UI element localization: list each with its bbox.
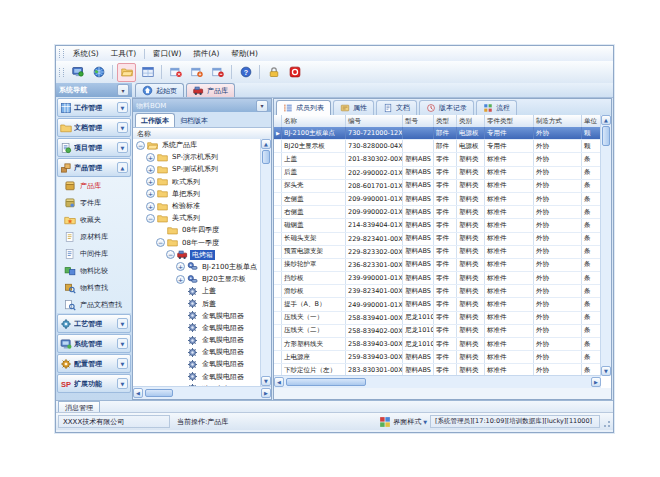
sidebar-item-物料比较[interactable]: 物料比较 — [57, 262, 131, 279]
table-vertical-scrollbar[interactable]: ▲ ▼ — [600, 115, 611, 376]
table-row[interactable]: 预置电源支架229-823302-00X塑料ABS零件塑料类标准件外协条 — [274, 246, 601, 259]
sidebar-group-项目管理[interactable]: 项目管理▼ — [57, 138, 131, 157]
sidebar-group-配置管理[interactable]: 配置管理▼ — [57, 354, 131, 373]
document-tab-产品库[interactable]: 产品库 — [186, 83, 235, 97]
expand-icon[interactable]: + — [146, 177, 155, 186]
detail-tab-成员列表[interactable]: 成员列表 — [276, 100, 331, 115]
expand-icon[interactable]: + — [146, 165, 155, 174]
table-row[interactable]: 方形塑料线夹258-839403-00X尼龙1010零件塑料类标准件外协条 — [274, 338, 601, 351]
sidebar-group-扩展功能[interactable]: SP扩展功能▼ — [57, 374, 131, 393]
expand-icon[interactable]: + — [146, 202, 155, 211]
column-header-类别[interactable]: 类别 — [457, 115, 485, 127]
sidebar-group-文档管理[interactable]: 文档管理▼ — [57, 118, 131, 137]
menu-item-2[interactable]: 窗口(W) — [147, 48, 187, 60]
collapse-icon[interactable]: − — [136, 141, 145, 150]
menu-item-1[interactable]: 工具(T) — [105, 48, 142, 60]
chevron-down-icon[interactable]: ▼ — [117, 122, 128, 133]
chevron-down-icon[interactable]: ▼ — [117, 318, 128, 329]
sidebar-group-产品管理[interactable]: 产品管理▲ — [57, 158, 131, 177]
table-row[interactable]: 长磁头支架229-823401-00X塑料ABS零件塑料类标准件外协条 — [274, 233, 601, 246]
table-row[interactable]: 左侧盖209-990001-01X塑料ABS零件塑料类标准件外协条 — [274, 193, 601, 206]
table-row[interactable]: BJ20主显示板730-828000-04X部件电源板专用件外协颗 — [274, 140, 601, 153]
document-tab-起始页[interactable]: 起始页 — [135, 83, 184, 97]
sidebar-item-物料查找[interactable]: 物料查找 — [57, 279, 131, 296]
table-row[interactable]: ▶BJ-2100主板单点730-721000-12X部件电源板专用件外协颗 — [274, 127, 601, 140]
sidebar-item-产品文档查找[interactable]: 产品文档查找 — [57, 296, 131, 313]
tree-horizontal-scrollbar[interactable]: ◀ ▶ — [133, 386, 271, 399]
pin-icon[interactable]: ▾ — [256, 100, 268, 112]
scroll-up-arrow[interactable]: ▲ — [261, 139, 271, 149]
menu-item-3[interactable]: 插件(A) — [187, 48, 225, 60]
scroll-up-arrow[interactable]: ▲ — [601, 115, 611, 125]
scroll-left-arrow[interactable]: ◀ — [274, 377, 284, 387]
scroll-thumb[interactable] — [602, 126, 610, 146]
resize-grip[interactable] — [602, 415, 611, 428]
column-header-制造方式[interactable]: 制造方式 — [534, 115, 582, 127]
scroll-down-arrow[interactable]: ▼ — [601, 366, 611, 376]
interface-style-dropdown[interactable]: 界面样式 ▼ — [379, 416, 427, 428]
scroll-thumb[interactable] — [145, 389, 173, 397]
tree-node-SP-演示机系列[interactable]: +SP-演示机系列 — [133, 151, 261, 163]
tree-node-08年一季度[interactable]: −08年一季度 — [133, 237, 261, 249]
version-tab-归档版本[interactable]: 归档版本 — [175, 114, 213, 127]
column-header-单位[interactable]: 单位 — [582, 115, 601, 127]
version-tab-工作版本[interactable]: 工作版本 — [135, 113, 175, 127]
tree-node-上盖[interactable]: 上盖 — [133, 285, 261, 297]
pin-icon[interactable]: ▾ — [117, 84, 129, 96]
chevron-down-icon[interactable]: ▼ — [117, 378, 128, 389]
tree-node-金氧膜电阻器[interactable]: 金氧膜电阻器 — [133, 371, 261, 383]
tree-node-金氧膜电阻器[interactable]: 金氧膜电阻器 — [133, 322, 261, 334]
sidebar-group-工艺管理[interactable]: 工艺管理▼ — [57, 314, 131, 333]
toolbar-button-monitor-icon[interactable] — [68, 63, 87, 82]
table-row[interactable]: 接纱轮护罩236-823301-00X塑料ABS零件塑料类标准件外协条 — [274, 259, 601, 272]
toolbar-button-window-delete-doc-icon[interactable] — [208, 63, 227, 82]
table-row[interactable]: 探头壳208-601701-01X塑料ABS零件塑料类标准件外协条 — [274, 180, 601, 193]
tree-node-系统产品库[interactable]: −系统产品库 — [133, 139, 261, 151]
detail-tab-版本记录[interactable]: 版本记录 — [419, 100, 474, 115]
scroll-down-arrow[interactable]: ▼ — [261, 376, 271, 386]
scroll-right-arrow[interactable]: ▶ — [261, 388, 271, 398]
column-header-类型[interactable]: 类型 — [434, 115, 457, 127]
toolbar-button-exit-icon[interactable] — [285, 63, 304, 82]
table-row[interactable]: 上电源座259-839403-00X塑料ABS零件塑料类标准件外协条 — [274, 351, 601, 364]
table-row[interactable]: 后盖202-990002-01X塑料ABS零件塑料类标准件外协条 — [274, 167, 601, 180]
tree-node-检验标准[interactable]: +检验标准 — [133, 200, 261, 212]
tree-node-SP-测试机系列[interactable]: +SP-测试机系列 — [133, 163, 261, 175]
scroll-thumb[interactable] — [262, 150, 270, 164]
expand-icon[interactable]: + — [146, 189, 155, 198]
detail-tab-文档[interactable]: 文档 — [376, 100, 417, 115]
sidebar-group-系统管理[interactable]: 系统管理▼ — [57, 334, 131, 353]
toolbar-button-lock-icon[interactable] — [264, 63, 283, 82]
toolbar-button-globe-icon[interactable] — [89, 63, 108, 82]
sidebar-item-中间件库[interactable]: 中间件库 — [57, 245, 131, 262]
expand-icon[interactable]: + — [176, 275, 185, 284]
detail-tab-流程[interactable]: 流程 — [476, 100, 517, 115]
tree-node-08年四季度[interactable]: 08年四季度 — [133, 224, 261, 236]
chevron-down-icon[interactable]: ▼ — [117, 358, 128, 369]
tree-node-后盖[interactable]: 后盖 — [133, 297, 261, 309]
detail-tab-属性[interactable]: 属性 — [333, 100, 374, 115]
table-row[interactable]: 提手（A、B）249-990001-01X塑料ABS零件塑料类标准件外协条 — [274, 298, 601, 311]
column-header-零件类型[interactable]: 零件类型 — [485, 115, 534, 127]
toolbar-button-window-grid-icon[interactable] — [138, 63, 157, 82]
sidebar-item-零件库[interactable]: 零件库 — [57, 194, 131, 211]
sidebar-item-原材料库[interactable]: 原材料库 — [57, 228, 131, 245]
table-row[interactable]: 挡纱板239-990001-01X塑料ABS零件塑料类标准件外协条 — [274, 272, 601, 285]
column-header-名称[interactable]: 名称 — [282, 115, 346, 127]
tree-node-金氧膜电阻器[interactable]: 金氧膜电阻器 — [133, 358, 261, 370]
chevron-down-icon[interactable]: ▼ — [117, 338, 128, 349]
tree-node-金氧膜电阻器[interactable]: 金氧膜电阻器 — [133, 310, 261, 322]
collapse-icon[interactable]: − — [146, 214, 155, 223]
table-row[interactable]: 滑纱板239-823401-00X塑料ABS零件塑料类标准件外协条 — [274, 285, 601, 298]
sidebar-item-收藏夹[interactable]: 收藏夹 — [57, 211, 131, 228]
collapse-icon[interactable]: − — [166, 250, 175, 259]
menu-item-0[interactable]: 系统(S) — [67, 48, 105, 60]
toolbar-button-window-close-doc-icon[interactable] — [166, 63, 185, 82]
menu-item-4[interactable]: 帮助(H) — [225, 48, 264, 60]
tree-node-BJ-2100主板单点[interactable]: +BJ-2100主板单点 — [133, 261, 261, 273]
tree-node-金氧膜电阻器[interactable]: 金氧膜电阻器 — [133, 346, 261, 358]
expand-icon[interactable]: + — [146, 153, 155, 162]
tree-node-美式系列[interactable]: −美式系列 — [133, 212, 261, 224]
toolbar-button-window-refresh-doc-icon[interactable] — [187, 63, 206, 82]
chevron-up-icon[interactable]: ▲ — [117, 162, 128, 173]
